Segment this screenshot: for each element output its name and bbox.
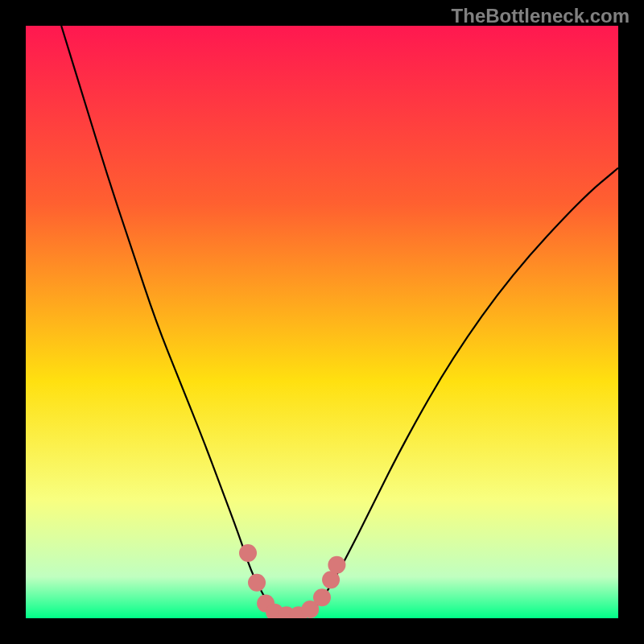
curve-overlay	[26, 26, 618, 618]
optimal-zone-markers	[239, 544, 345, 618]
optimal-point	[239, 544, 257, 562]
bottleneck-curve	[61, 26, 618, 615]
plot-area	[26, 26, 618, 618]
optimal-point	[313, 588, 331, 606]
watermark-text: TheBottleneck.com	[452, 5, 630, 27]
optimal-point	[328, 556, 345, 574]
optimal-point	[248, 574, 266, 592]
